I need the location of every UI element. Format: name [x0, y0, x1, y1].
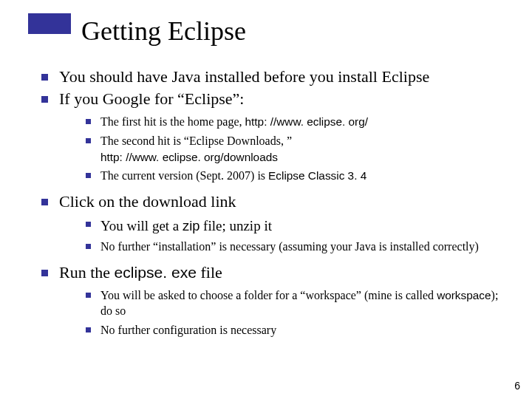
slide: Getting Eclipse You should have Java ins… — [0, 0, 532, 399]
zip-text: zip — [183, 218, 200, 233]
bullet-text: If you Google for “Eclipse”: — [59, 89, 244, 108]
slide-body: You should have Java installed before yo… — [38, 66, 502, 346]
page-number: 6 — [514, 380, 520, 392]
subbullet-workspace: You will be asked to choose a folder for… — [84, 287, 502, 319]
subbullet-homepage: The first hit is the home page, http: //… — [84, 114, 502, 130]
bullet-run-exe: Run the eclipse. exe file You will be as… — [38, 262, 502, 338]
subbullet-text: The current version (Sept. 2007) is — [100, 169, 268, 182]
bullet-google-eclipse: If you Google for “Eclipse”: The first h… — [38, 89, 502, 184]
bullet-text: Run the — [59, 263, 115, 282]
bullet-list-level2: The first hit is the home page, http: //… — [59, 114, 502, 184]
subbullet-zip: You will get a zip file; unzip it — [84, 216, 502, 236]
subbullet-text: No further configuration is necessary — [100, 324, 276, 336]
bullet-text: Click on the download link — [59, 192, 236, 211]
version-text: Eclipse Classic 3. 4 — [268, 169, 366, 182]
exe-text: eclipse. exe — [115, 264, 197, 281]
bullet-list-level1: You should have Java installed before yo… — [38, 66, 502, 338]
bullet-text: You should have Java installed before yo… — [59, 67, 429, 86]
subbullet-version: The current version (Sept. 2007) is Ecli… — [84, 168, 502, 184]
bullet-click-download: Click on the download link You will get … — [38, 191, 502, 254]
bullet-list-level2: You will get a zip file; unzip it No fur… — [59, 216, 502, 254]
slide-title: Getting Eclipse — [81, 18, 246, 44]
bullet-text: file — [197, 263, 222, 282]
title-accent-bar — [28, 13, 71, 34]
bullet-list-level2: You will be asked to choose a folder for… — [59, 287, 502, 338]
title-block: Getting Eclipse — [28, 13, 246, 40]
subbullet-text: The first hit is the home page, — [100, 115, 245, 128]
url-text: http: //www. eclipse. org/downloads — [100, 151, 278, 163]
subbullet-no-install: No further “installation” is necessary (… — [84, 239, 502, 255]
subbullet-text: file; unzip it — [200, 218, 272, 233]
subbullet-text: You will get a — [100, 218, 183, 233]
url-text: http: //www. eclipse. org/ — [245, 115, 368, 128]
subbullet-downloads: The second hit is “Eclipse Downloads, ” … — [84, 133, 502, 165]
workspace-text: workspace — [437, 289, 491, 301]
subbullet-text: You will be asked to choose a folder for… — [100, 289, 437, 301]
subbullet-text: No further “installation” is necessary (… — [100, 240, 479, 253]
bullet-java-prereq: You should have Java installed before yo… — [38, 66, 502, 87]
subbullet-text: The second hit is “Eclipse Downloads, ” — [100, 134, 292, 147]
subbullet-no-config: No further configuration is necessary — [84, 322, 502, 338]
